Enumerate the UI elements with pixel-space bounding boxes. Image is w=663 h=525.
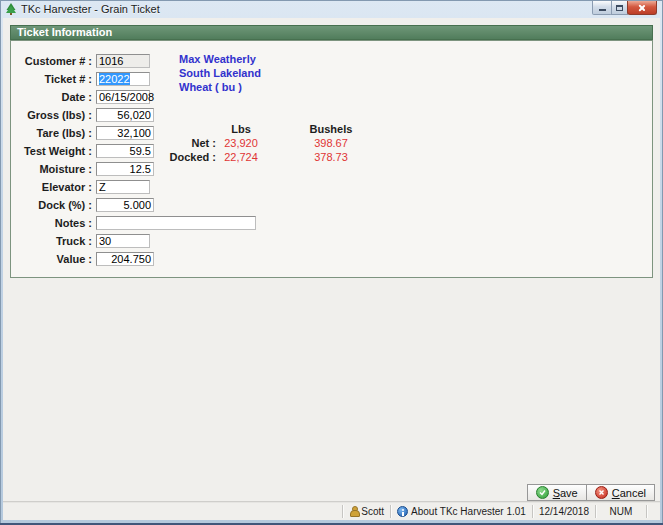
- window-controls: [592, 1, 657, 15]
- form-row: Ticket # : 22022: [11, 72, 652, 86]
- gross-lbs-label: Gross (lbs) :: [11, 109, 92, 121]
- value-label: Value :: [11, 253, 92, 265]
- statusbar-num-lock: NUM: [596, 503, 646, 520]
- net-label: Net :: [11, 137, 216, 149]
- form-row: Value : 204.750: [11, 252, 652, 266]
- statusbar-user: Scott: [343, 503, 390, 520]
- bushels-column-header: Bushels: [291, 123, 371, 135]
- ticket-number-field[interactable]: 22022: [96, 72, 150, 86]
- notes-field[interactable]: [96, 216, 256, 230]
- close-button[interactable]: [627, 1, 657, 15]
- net-lbs-value: 23,920: [201, 137, 281, 149]
- status-bar: Scott About TKc Harvester 1.01 12/14/201…: [3, 502, 660, 520]
- date-text: 12/14/2018: [539, 506, 589, 517]
- elevator-label: Elevator :: [11, 181, 92, 193]
- customer-info: Max Weatherly South Lakeland Wheat ( bu …: [179, 52, 261, 94]
- form-row: Gross (lbs) : 56,020: [11, 108, 652, 122]
- form-row: Moisture : 12.5: [11, 162, 652, 176]
- section-header: Ticket Information: [10, 25, 653, 40]
- form-row: Elevator : Z: [11, 180, 652, 194]
- close-icon: [638, 4, 646, 12]
- commodity: Wheat ( bu ): [179, 80, 261, 94]
- selected-text: 22022: [99, 73, 130, 85]
- statusbar-date: 12/14/2018: [533, 503, 595, 520]
- docked-lbs-value: 22,724: [201, 151, 281, 163]
- moisture-label: Moisture :: [11, 163, 92, 175]
- customer-number-field[interactable]: 1016: [96, 54, 150, 68]
- field-value: 06/15/2008: [99, 91, 154, 103]
- docked-bushels-value: 378.73: [291, 151, 371, 163]
- statusbar-resize-grip: [647, 503, 660, 520]
- maximize-button[interactable]: [611, 1, 628, 15]
- value-field[interactable]: 204.750: [96, 252, 154, 266]
- cancel-button-label: Cancel: [612, 487, 646, 499]
- minimize-icon: [599, 9, 606, 11]
- form-row: Dock (%) : 5.000: [11, 198, 652, 212]
- user-name: Scott: [361, 506, 384, 517]
- save-button-label: Save: [553, 487, 578, 499]
- customer-number-label: Customer # :: [11, 55, 92, 67]
- about-text: About TKc Harvester 1.01: [411, 506, 526, 517]
- field-value: 204.750: [111, 253, 151, 265]
- customer-name: Max Weatherly: [179, 52, 261, 66]
- window-title: TKc Harvester - Grain Ticket: [21, 3, 160, 15]
- form-row: Notes :: [11, 216, 652, 230]
- user-icon: [349, 506, 358, 517]
- customer-location: South Lakeland: [179, 66, 261, 80]
- save-button[interactable]: Save: [527, 484, 587, 501]
- lbs-column-header: Lbs: [201, 123, 281, 135]
- date-field[interactable]: 06/15/2008: [96, 90, 150, 104]
- form-row: Customer # : 1016: [11, 54, 652, 68]
- form-row: Truck : 30: [11, 234, 652, 248]
- gross-lbs-field[interactable]: 56,020: [96, 108, 154, 122]
- save-check-icon: [536, 486, 549, 499]
- cancel-button[interactable]: Cancel: [586, 484, 655, 501]
- field-value: 12.5: [130, 163, 151, 175]
- date-label: Date :: [11, 91, 92, 103]
- net-bushels-value: 398.67: [291, 137, 371, 149]
- form-row: Date : 06/15/2008: [11, 90, 652, 104]
- elevator-field[interactable]: Z: [96, 180, 150, 194]
- title-bar: TKc Harvester - Grain Ticket: [0, 0, 663, 18]
- maximize-icon: [616, 5, 623, 11]
- num-lock-text: NUM: [610, 506, 633, 517]
- field-value: 5.000: [123, 199, 151, 211]
- truck-field[interactable]: 30: [96, 234, 150, 248]
- minimize-button[interactable]: [592, 1, 612, 15]
- statusbar-about[interactable]: About TKc Harvester 1.01: [391, 503, 532, 520]
- field-value: 30: [99, 235, 111, 247]
- moisture-field[interactable]: 12.5: [96, 162, 154, 176]
- cancel-x-icon: [595, 486, 608, 499]
- app-window: TKc Harvester - Grain Ticket Ticket Info…: [0, 0, 663, 525]
- ticket-information-panel: Customer # : 1016 Ticket # : 22022 Date …: [10, 40, 653, 278]
- dock-percent-label: Dock (%) :: [11, 199, 92, 211]
- ticket-number-label: Ticket # :: [11, 73, 92, 85]
- field-value: Z: [99, 181, 106, 193]
- dock-percent-field[interactable]: 5.000: [96, 198, 154, 212]
- about-info-icon: [397, 506, 408, 517]
- app-icon: [5, 3, 17, 15]
- client-area: Ticket Information Customer # : 1016 Tic…: [3, 18, 660, 520]
- field-value: 1016: [99, 55, 123, 67]
- notes-label: Notes :: [11, 217, 92, 229]
- field-value: 56,020: [117, 109, 151, 121]
- truck-label: Truck :: [11, 235, 92, 247]
- action-buttons: Save Cancel: [527, 484, 655, 501]
- docked-label: Docked :: [11, 151, 216, 163]
